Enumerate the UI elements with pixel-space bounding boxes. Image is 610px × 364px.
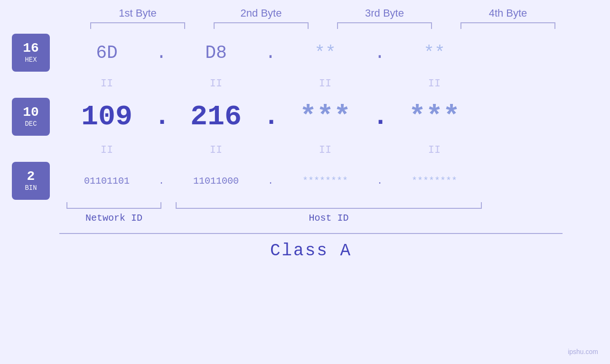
byte-headers: 1st Byte 2nd Byte 3rd Byte 4th Byte [76,7,598,19]
dec-byte4: *** [387,101,482,133]
eq2-4: II [387,144,482,156]
bottom-brackets [59,202,563,209]
eq1-4: II [387,78,482,90]
bin-dot3: . [373,176,387,187]
badge-bin-wrapper: 2 BIN [12,162,50,200]
bracket-byte1 [90,22,185,29]
bin-dot2: . [263,176,278,187]
eq2-3: II [278,144,373,156]
dec-dot2: . [263,102,278,132]
badge-hex-wrapper: 16 HEX [12,34,50,72]
hex-row: 6D . D8 . ** . ** [59,34,563,72]
badge-dec-wrapper: 10 DEC [12,95,50,138]
hex-byte4: ** [387,43,482,63]
badge-dec: 10 DEC [12,98,50,136]
dec-dot1: . [154,102,169,132]
eq2-2: II [169,144,263,156]
hex-dot2: . [263,43,278,63]
bin-byte3: ******** [278,176,373,187]
hex-byte2: D8 [169,43,263,63]
equals-row-1: II II II II [59,72,563,95]
id-labels: Network ID Host ID [59,213,563,224]
dec-row: 109 . 216 . *** . *** [59,95,563,138]
eq1-1: II [59,78,154,90]
watermark: ipshu.com [568,348,598,355]
equals-row-2: II II II II [59,138,563,162]
eq1-2: II [169,78,263,90]
dec-byte1: 109 [59,101,154,133]
hex-byte1: 6D [59,43,154,63]
bracket-byte4 [460,22,555,29]
badges-column: 16 HEX 10 DEC 2 BIN [12,34,50,261]
dec-byte2: 216 [169,101,263,133]
dec-byte3: *** [278,101,373,133]
bin-byte1: 01101101 [59,176,154,187]
content-area: 16 HEX 10 DEC 2 BIN [0,34,610,261]
hex-dot3: . [373,43,387,63]
hex-dot1: . [154,43,169,63]
bin-byte2: 11011000 [169,176,263,187]
class-label: Class A [270,241,352,261]
eq2-1: II [59,144,154,156]
network-id-label: Network ID [59,213,169,224]
bracket-byte2 [214,22,309,29]
bracket-network [66,202,161,209]
page-layout: 1st Byte 2nd Byte 3rd Byte 4th Byte 16 H… [0,0,610,364]
byte-header-2: 2nd Byte [199,7,323,19]
badge-bin: 2 BIN [12,162,50,200]
bin-dot1: . [154,176,169,187]
bin-row: 01101101 . 11011000 . ******** . *******… [59,162,563,200]
dec-dot3: . [373,102,387,132]
class-section: Class A [59,233,563,261]
byte-header-1: 1st Byte [76,7,199,19]
byte-header-4: 4th Byte [446,7,570,19]
badge-hex: 16 HEX [12,34,50,72]
bracket-byte3 [337,22,432,29]
bin-byte4: ******** [387,176,482,187]
eq1-3: II [278,78,373,90]
host-id-label: Host ID [169,213,489,224]
bracket-host [176,202,482,209]
top-brackets [76,22,610,29]
byte-header-3: 3rd Byte [323,7,446,19]
ip-display: 6D . D8 . ** . ** II II II II 109 [59,34,563,261]
hex-byte3: ** [278,43,373,63]
